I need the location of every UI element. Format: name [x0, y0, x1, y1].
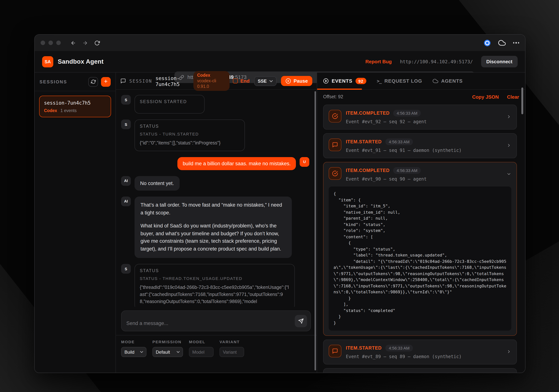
ai-avatar: AI	[121, 196, 131, 206]
password-manager-icon[interactable]	[484, 39, 491, 46]
reload-icon[interactable]	[93, 39, 101, 47]
message-bubble: STATUS STATUS - TURN.STARTED {"id":"0","…	[135, 119, 245, 151]
panel-tabs: EVENTS 92 >_ REQUEST LOG AGENTS	[317, 73, 525, 90]
cloud-icon	[432, 78, 438, 84]
tab-events[interactable]: EVENTS 92	[323, 78, 366, 84]
avatar: S	[121, 119, 131, 129]
check-circle-icon	[329, 167, 341, 180]
chat-column: SESSION session-7un4c7h5 Codex vcodex-cl…	[116, 73, 317, 373]
event-time: 4:56:33 AM	[385, 138, 413, 145]
back-icon[interactable]	[69, 39, 77, 47]
tab-agents[interactable]: AGENTS	[432, 78, 463, 84]
message-session-started: S SESSION STARTED	[121, 95, 309, 114]
agent-version-badge: Codex vcodex-cli 0.91.0	[193, 71, 230, 91]
refresh-sessions-button[interactable]	[88, 77, 98, 87]
chevron-right-icon[interactable]	[506, 143, 511, 149]
session-header-name: session-7un4c7h5	[155, 75, 190, 87]
app-title: Sandbox Agent	[58, 58, 104, 65]
copy-json-button[interactable]: Copy JSON	[472, 94, 499, 100]
app-header: SA Sandbox Agent Report Bug http://100.9…	[35, 51, 525, 73]
event-meta: Event #evt_89 — seq 89 — daemon (synthet…	[346, 354, 502, 359]
message-ai-reply: AI That’s a tall order. To move fast and…	[121, 196, 309, 258]
event-meta: Event #evt_92 — seq 92 — agent	[346, 119, 502, 124]
session-list-item[interactable]: session-7un4c7h5 Codex 1 events	[39, 96, 111, 117]
message-bubble: STATUS STATUS - THREAD.TOKEN_USAGE.UPDAT…	[135, 264, 295, 307]
event-card[interactable]: ITEM.STARTED 4:56:33 AM Event #evt_89 — …	[323, 339, 517, 365]
zoom-window-button[interactable]	[56, 41, 61, 45]
message-input-box	[121, 311, 311, 331]
session-header: SESSION session-7un4c7h5 Codex vcodex-cl…	[116, 73, 317, 90]
event-type: ITEM.STARTED	[346, 346, 382, 351]
event-card[interactable]: ITEM.COMPLETED 4:56:33 AM Event #evt_88 …	[323, 368, 517, 373]
offset-label: Offset: 92	[323, 94, 343, 99]
permission-select[interactable]: Default	[152, 347, 183, 357]
permission-label: PERMISSION	[152, 339, 183, 344]
chat-bubble-icon	[120, 78, 126, 84]
variant-input[interactable]	[220, 347, 244, 357]
tab-request-log[interactable]: >_ REQUEST LOG	[377, 78, 422, 84]
check-circle-icon	[329, 110, 341, 123]
event-json-payload: { "item": { "item_id": "itm_5", "native_…	[329, 187, 511, 330]
event-list[interactable]: ITEM.COMPLETED 4:56:33 AM Event #evt_92 …	[317, 104, 525, 373]
event-time: 4:56:33 AM	[385, 345, 413, 351]
sessions-title: SESSIONS	[39, 79, 67, 84]
event-type: ITEM.COMPLETED	[346, 168, 390, 173]
end-checkbox[interactable]	[233, 79, 238, 83]
chevron-right-icon[interactable]	[506, 349, 511, 355]
chat-bubble-icon	[329, 138, 341, 151]
send-button[interactable]	[295, 315, 307, 327]
avatar: S	[121, 264, 131, 274]
event-card[interactable]: ITEM.STARTED 4:56:33 AM Event #evt_91 — …	[323, 133, 517, 158]
message-bubble: SESSION STARTED	[135, 95, 205, 114]
chevron-right-icon[interactable]	[506, 114, 511, 120]
minimize-window-button[interactable]	[48, 41, 53, 45]
message-input[interactable]	[121, 311, 310, 331]
event-card[interactable]: ITEM.COMPLETED 4:56:33 AM Event #evt_92 …	[323, 105, 517, 130]
pause-circle-icon	[285, 78, 291, 84]
sessions-header: SESSIONS +	[35, 73, 116, 91]
report-bug-link[interactable]: Report Bug	[365, 59, 392, 64]
desktop: http://100.94.102.49:5173 SA Sandbox Age…	[0, 0, 559, 392]
chevron-down-icon	[269, 80, 273, 82]
pause-button[interactable]: Pause	[281, 76, 312, 86]
terminal-icon: >_	[377, 78, 382, 84]
session-label: SESSION	[129, 78, 152, 84]
session-agent: Codex	[44, 108, 57, 113]
refresh-icon	[91, 79, 96, 84]
mode-select[interactable]: Build	[121, 347, 147, 357]
chat-bubble-icon	[329, 345, 341, 357]
message-list[interactable]: S SESSION STARTED S STATUS STATUS - TURN…	[116, 90, 317, 307]
chevron-down-icon	[140, 351, 143, 353]
ai-avatar: AI	[121, 176, 131, 186]
browser-menu-icon[interactable]	[513, 42, 519, 44]
message-status-turn-started: S STATUS STATUS - TURN.STARTED {"id":"0"…	[121, 119, 309, 151]
chat-scrollbar[interactable]	[315, 91, 316, 370]
event-card-expanded[interactable]: ITEM.COMPLETED 4:56:33 AM Event #evt_90 …	[323, 162, 517, 336]
run-controls: MODE Build PERMISSION Default	[116, 335, 317, 373]
sessions-sidebar: SESSIONS + session-7un4c7h5 Codex	[35, 73, 116, 373]
browser-window: http://100.94.102.49:5173 SA Sandbox Age…	[34, 34, 525, 373]
event-meta: Event #evt_91 — seq 91 — daemon (synthet…	[346, 148, 502, 153]
session-event-count: 1 events	[60, 108, 77, 113]
composer	[116, 307, 317, 335]
message-bubble: No content yet.	[135, 176, 180, 191]
message-status-token-usage: S STATUS STATUS - THREAD.TOKEN_USAGE.UPD…	[121, 264, 309, 307]
clear-button[interactable]: Clear	[507, 94, 519, 100]
browser-chrome	[35, 35, 525, 51]
disconnect-button[interactable]: Disconnect	[481, 56, 518, 67]
events-scrollbar[interactable]	[521, 88, 523, 114]
downloads-cloud-icon[interactable]	[498, 39, 505, 46]
event-type: ITEM.COMPLETED	[346, 111, 390, 116]
event-time: 4:56:33 AM	[393, 110, 421, 116]
end-label[interactable]: End	[240, 78, 250, 84]
model-input[interactable]	[189, 347, 214, 357]
forward-icon[interactable]	[81, 39, 89, 47]
new-session-button[interactable]: +	[101, 77, 111, 87]
message-bubble: That’s a tall order. To move fast and “m…	[135, 196, 292, 258]
chevron-down-icon[interactable]	[506, 171, 511, 178]
close-window-button[interactable]	[41, 41, 45, 45]
app-logo: SA	[42, 56, 53, 67]
stream-mode-select[interactable]: SSE	[254, 76, 276, 86]
events-toolbar: Offset: 92 Copy JSON Clear	[317, 90, 525, 104]
model-label: MODEL	[189, 339, 214, 344]
